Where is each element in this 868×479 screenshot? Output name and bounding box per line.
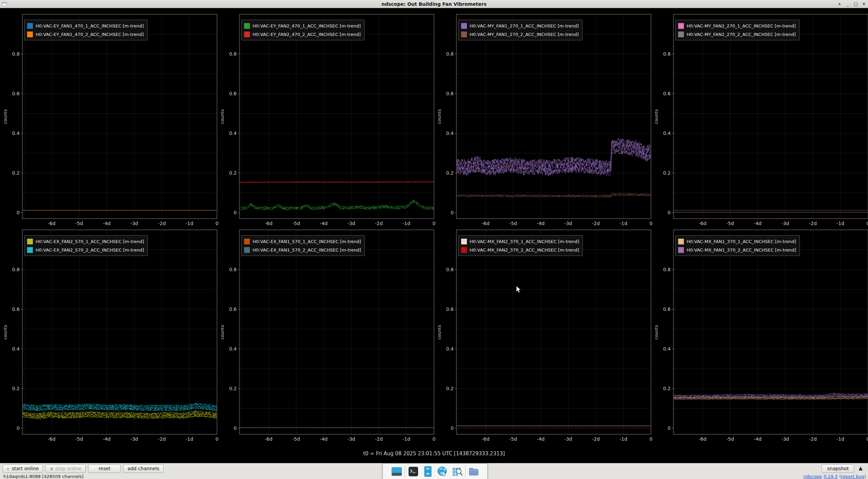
x-tick-label: -3d [565, 436, 572, 442]
y-tick-label: 0.6 [12, 91, 20, 96]
ndscope-link[interactable]: ndscope [803, 474, 822, 479]
y-tick-label: 0 [234, 425, 237, 431]
legend-label: H0:VAC-MX_FAN2_370_1_ACC_INCHSEC [m-tren… [470, 239, 579, 244]
plot-canvas[interactable]: 00.20.40.60.8counts-6d-5d-4d-3d-2d-1d0 [217, 8, 434, 228]
plot-cell-EX_FAN1_570[interactable]: 00.20.40.60.8counts-6d-5d-4d-3d-2d-1d0H0… [217, 224, 434, 444]
reset-button[interactable]: reset [88, 464, 121, 473]
x-tick-label: -6d [265, 436, 273, 442]
window-title: ndscope: Out Building Fan Vibrometers [0, 1, 868, 7]
terminal-icon[interactable] [407, 465, 420, 478]
plot-grid: 00.20.40.60.8counts-6d-5d-4d-3d-2d-1d0H0… [0, 8, 868, 463]
taskbar-separator [465, 466, 466, 477]
y-tick-label: 0.2 [446, 170, 454, 176]
snapshot-button[interactable]: snapshot [822, 464, 854, 473]
plot-cell-MY_FAN1_270[interactable]: 00.20.40.60.8counts-6d-5d-4d-3d-2d-1d0H0… [434, 8, 651, 228]
x-tick-label: -2d [592, 436, 600, 442]
trace-MX_FAN2_370-2 [456, 428, 651, 428]
x-tick-label: -1d [185, 436, 193, 442]
legend-entry: H0:VAC-EX_FAN2_570_1_ACC_INCHSEC [m-tren… [27, 238, 144, 245]
legend-entry: H0:VAC-MY_FAN2_270_2_ACC_INCHSEC [m-tren… [678, 31, 796, 38]
legend-label: H0:VAC-MY_FAN1_270_2_ACC_INCHSEC [m-tren… [470, 32, 579, 37]
y-tick-label: 0.4 [229, 131, 237, 136]
plot-cell-MX_FAN1_370[interactable]: 00.20.40.60.8counts-6d-5d-4d-3d-2d-1d0H0… [651, 224, 868, 444]
legend-entry: H0:VAC-MX_FAN1_370_2_ACC_INCHSEC [m-tren… [678, 246, 796, 254]
close-icon[interactable]: ✕ [860, 0, 868, 8]
legend-entry: H0:VAC-MX_FAN1_370_1_ACC_INCHSEC [m-tren… [678, 238, 796, 245]
plot-canvas[interactable]: 00.20.40.60.8counts-6d-5d-4d-3d-2d-1d0 [217, 224, 434, 444]
y-axis-label: counts [220, 325, 225, 340]
desktop-icon[interactable] [390, 465, 403, 478]
y-tick-label: 0.2 [12, 386, 20, 391]
window-controls: ∧ _ □ ✕ [835, 0, 868, 8]
plot-legend[interactable]: H0:VAC-MX_FAN2_370_1_ACC_INCHSEC [m-tren… [458, 235, 583, 256]
plot-legend[interactable]: H0:VAC-EY_FAN2_470_1_ACC_INCHSEC [m-tren… [241, 20, 364, 40]
plot-canvas[interactable]: 00.20.40.60.8counts-6d-5d-4d-3d-2d-1d0 [651, 8, 868, 228]
legend-swatch-icon [27, 247, 33, 253]
plot-canvas[interactable]: 00.20.40.60.8counts-6d-5d-4d-3d-2d-1d0 [434, 224, 651, 444]
plot-legend[interactable]: H0:VAC-MX_FAN1_370_1_ACC_INCHSEC [m-tren… [675, 235, 800, 256]
y-tick-label: 0.8 [446, 51, 454, 57]
y-tick-label: 0 [234, 210, 237, 215]
x-tick-label: -5d [509, 436, 517, 442]
plot-legend[interactable]: H0:VAC-EX_FAN2_570_1_ACC_INCHSEC [m-tren… [24, 235, 148, 256]
report-bug-link[interactable]: report bug [841, 474, 864, 479]
y-tick-label: 0.6 [663, 306, 671, 312]
plot-cell-MY_FAN2_270[interactable]: 00.20.40.60.8counts-6d-5d-4d-3d-2d-1d0H0… [651, 8, 868, 228]
version-link[interactable]: 0.19.3 [824, 474, 837, 479]
legend-swatch-icon [678, 32, 684, 37]
minimize-icon[interactable]: _ [844, 0, 852, 8]
y-tick-label: 0.2 [229, 170, 237, 176]
stop-online-label: stop online [55, 466, 81, 471]
y-tick-label: 0.4 [229, 346, 237, 352]
y-tick-label: 0.8 [12, 51, 20, 57]
plot-canvas[interactable]: 00.20.40.60.8counts-6d-5d-4d-3d-2d-1d0 [651, 224, 868, 444]
add-channels-button[interactable]: add channels [123, 464, 164, 473]
legend-entry: H0:VAC-MX_FAN2_370_1_ACC_INCHSEC [m-tren… [461, 238, 579, 245]
y-tick-label: 0 [17, 210, 20, 215]
legend-entry: H0:VAC-EX_FAN2_570_2_ACC_INCHSEC [m-tren… [27, 246, 144, 254]
plot-cell-EX_FAN2_570[interactable]: 00.20.40.60.8counts-6d-5d-4d-3d-2d-1d0H0… [0, 224, 217, 444]
plot-legend[interactable]: H0:VAC-EX_FAN1_570_1_ACC_INCHSEC [m-tren… [241, 235, 365, 256]
y-axis-label: counts [654, 325, 659, 340]
legend-label: H0:VAC-MX_FAN2_370_2_ACC_INCHSEC [m-tren… [470, 247, 579, 253]
web-browser-icon[interactable] [436, 465, 449, 478]
x-tick-label: -2d [809, 436, 817, 442]
y-tick-label: 0.4 [12, 346, 20, 352]
plot-legend[interactable]: H0:VAC-EY_FAN1_470_1_ACC_INCHSEC [m-tren… [24, 20, 147, 40]
plot-cell-EY_FAN1_470[interactable]: 00.20.40.60.8counts-6d-5d-4d-3d-2d-1d0H0… [0, 8, 217, 228]
y-tick-label: 0.4 [446, 346, 454, 352]
plot-legend[interactable]: H0:VAC-MY_FAN1_270_1_ACC_INCHSEC [m-tren… [458, 20, 583, 40]
legend-label: H0:VAC-EY_FAN2_470_2_ACC_INCHSEC [m-tren… [253, 32, 361, 37]
stop-online-button[interactable]: ■ stop online [45, 464, 86, 473]
add-channels-label: add channels [127, 466, 159, 471]
plot-canvas[interactable]: 00.20.40.60.8counts-6d-5d-4d-3d-2d-1d0 [0, 8, 217, 228]
plot-area: 00.20.40.60.8counts-6d-5d-4d-3d-2d-1d0H0… [0, 8, 868, 463]
file-cabinet-icon[interactable] [421, 465, 434, 478]
plot-cell-MX_FAN2_370[interactable]: 00.20.40.60.8counts-6d-5d-4d-3d-2d-1d0H0… [434, 224, 651, 444]
reset-label: reset [99, 466, 111, 471]
x-tick-label: -5d [292, 436, 300, 442]
keep-above-icon[interactable]: ∧ [835, 0, 844, 8]
y-tick-label: 0 [668, 210, 671, 215]
y-tick-label: 0 [668, 425, 671, 431]
start-online-button[interactable]: ▶ start online [3, 464, 43, 473]
y-tick-label: 0.2 [446, 386, 454, 391]
y-tick-label: 0.2 [229, 386, 237, 391]
plot-cell-EY_FAN2_470[interactable]: 00.20.40.60.8counts-6d-5d-4d-3d-2d-1d0H0… [217, 8, 434, 228]
file-manager-icon[interactable] [467, 465, 480, 478]
legend-label: H0:VAC-EX_FAN1_570_1_ACC_INCHSEC [m-tren… [253, 239, 361, 244]
legend-entry: H0:VAC-EY_FAN1_470_2_ACC_INCHSEC [m-tren… [27, 31, 144, 38]
legend-entry: H0:VAC-EX_FAN1_570_1_ACC_INCHSEC [m-tren… [244, 238, 361, 245]
snapshot-label: snapshot [827, 466, 849, 471]
plot-legend[interactable]: H0:VAC-MY_FAN2_270_1_ACC_INCHSEC [m-tren… [675, 20, 800, 40]
y-axis-label: counts [437, 325, 442, 340]
legend-swatch-icon [27, 23, 33, 29]
maximize-icon[interactable]: □ [852, 0, 860, 8]
screenshot-search-icon[interactable] [451, 465, 463, 478]
paren-open: (report bug) [839, 474, 866, 479]
taskbar [382, 463, 488, 479]
plot-canvas[interactable]: 00.20.40.60.8counts-6d-5d-4d-3d-2d-1d0 [0, 224, 217, 444]
scroll-up-icon[interactable]: ▲ [856, 465, 865, 472]
y-tick-label: 0.6 [446, 306, 454, 312]
plot-canvas[interactable]: 00.20.40.60.8counts-6d-5d-4d-3d-2d-1d0 [434, 8, 651, 228]
